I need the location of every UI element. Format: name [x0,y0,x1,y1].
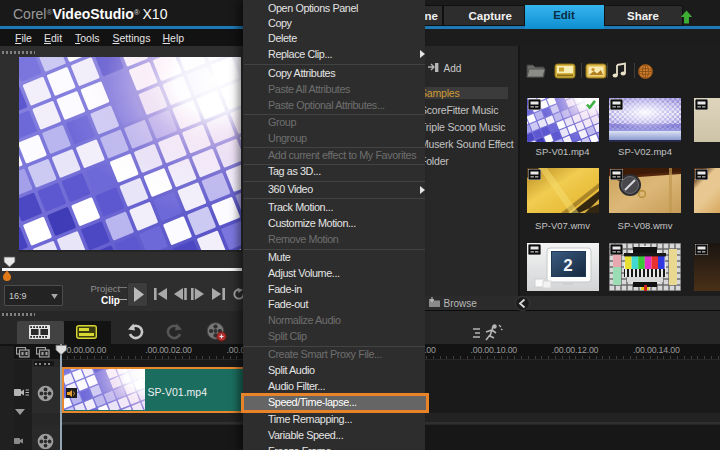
svg-text:2: 2 [563,256,572,275]
